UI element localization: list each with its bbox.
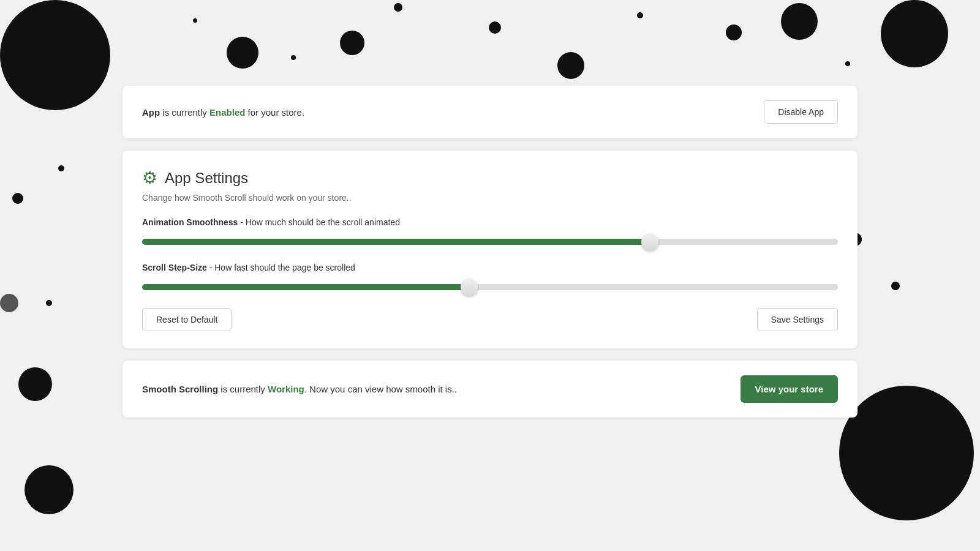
slider2-label-bold: Scroll Step-Size: [142, 263, 207, 272]
slider1-thumb[interactable]: [641, 233, 658, 250]
slider2-thumb[interactable]: [461, 279, 478, 296]
main-content: App is currently Enabled for your store.…: [123, 0, 858, 418]
animation-smoothness-section: Animation Smoothness - How much should b…: [142, 217, 838, 250]
smooth-scrolling-label: Smooth Scrolling: [142, 384, 218, 394]
gear-icon: ⚙: [142, 168, 157, 188]
working-badge: Working: [268, 384, 304, 394]
slider2-label: Scroll Step-Size - How fast should the p…: [142, 263, 838, 272]
enabled-badge: Enabled: [209, 107, 245, 118]
settings-subtitle: Change how Smooth Scroll should work on …: [142, 193, 838, 203]
status-card: App is currently Enabled for your store.…: [123, 86, 858, 138]
slider1-wrapper[interactable]: [142, 233, 838, 250]
save-settings-button[interactable]: Save Settings: [757, 308, 838, 331]
slider2-wrapper[interactable]: [142, 279, 838, 296]
disable-app-button[interactable]: Disable App: [764, 100, 838, 124]
reset-to-default-button[interactable]: Reset to Default: [142, 308, 232, 331]
app-label: App: [142, 107, 160, 118]
settings-card: ⚙ App Settings Change how Smooth Scroll …: [123, 151, 858, 348]
slider1-label-rest: - How much should be the scroll animated: [238, 217, 400, 227]
bottom-status-card: Smooth Scrolling is currently Working. N…: [123, 361, 858, 418]
settings-actions: Reset to Default Save Settings: [142, 308, 838, 331]
slider2-fill: [142, 284, 469, 290]
app-status-text: App is currently Enabled for your store.: [142, 107, 304, 118]
settings-header: ⚙ App Settings: [142, 168, 838, 188]
slider2-label-rest: - How fast should the page be scrolled: [207, 263, 355, 272]
slider1-label: Animation Smoothness - How much should b…: [142, 217, 838, 227]
slider2-track: [142, 284, 838, 290]
slider1-fill: [142, 239, 650, 245]
slider1-label-bold: Animation Smoothness: [142, 217, 238, 227]
slider1-track: [142, 239, 838, 245]
smooth-scroll-status-text: Smooth Scrolling is currently Working. N…: [142, 384, 457, 394]
settings-title: App Settings: [165, 170, 248, 187]
scroll-step-size-section: Scroll Step-Size - How fast should the p…: [142, 263, 838, 296]
view-your-store-button[interactable]: View your store: [741, 375, 838, 403]
